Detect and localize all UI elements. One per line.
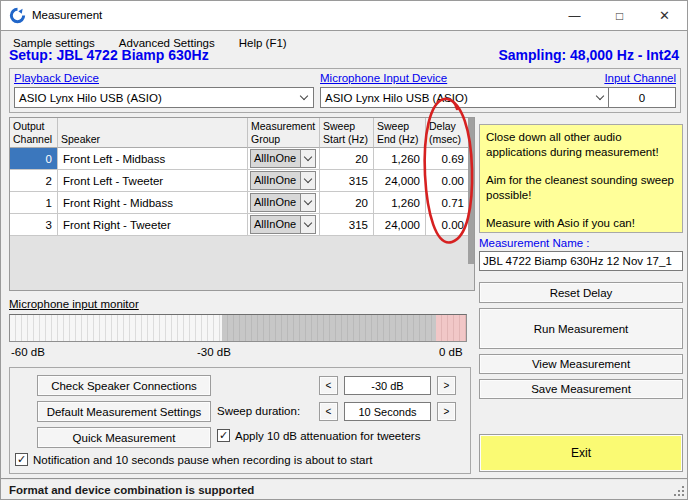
cell-speaker[interactable]: Front Left - Tweeter [58, 170, 248, 192]
quick-measurement-button[interactable]: Quick Measurement [37, 427, 211, 448]
sweep-duration-label: Sweep duration: [217, 405, 300, 417]
minimize-icon[interactable]: — [552, 1, 597, 30]
meter-scale-min: -60 dB [11, 346, 45, 358]
meter-zone-clip [436, 315, 466, 341]
window-title: Measurement [32, 9, 102, 21]
checked-checkbox-icon: ✓ [15, 453, 28, 466]
mic-monitor-label: Microphone input monitor [9, 298, 139, 310]
col-sweep-end: SweepEnd (Hz) [374, 118, 426, 148]
chevron-down-icon [300, 194, 315, 211]
cell-sweep-end[interactable]: 24,000 [374, 214, 426, 236]
playback-device-label[interactable]: Playback Device [14, 72, 99, 84]
cell-sweep-end[interactable]: 1,260 [374, 192, 426, 214]
measurement-window: Measurement — □ ✕ Sample settings Advanc… [0, 0, 688, 500]
col-sweep-start: SweepStart (Hz) [320, 118, 374, 148]
cell-channel[interactable]: 1 [10, 192, 58, 214]
run-measurement-button[interactable]: Run Measurement [479, 308, 683, 349]
col-measurement-group: MeasurementGroup [248, 118, 320, 148]
cell-sweep-start[interactable]: 20 [320, 148, 374, 170]
info-box: Close down all other audio applications … [479, 124, 683, 233]
chevron-down-icon [300, 150, 315, 167]
table-row: 1 Front Right - Midbass AllInOne 20 1,26… [10, 192, 474, 214]
attenuation-checkbox-label: Apply 10 dB attenuation for tweeters [235, 430, 420, 442]
meter-scale-max: 0 dB [439, 346, 463, 358]
cell-channel[interactable]: 3 [10, 214, 58, 236]
col-speaker: Speaker [58, 118, 248, 148]
meter-zone-mid [222, 315, 436, 341]
cell-delay[interactable]: 0.69 [426, 148, 470, 170]
measurement-name-field[interactable] [479, 251, 683, 271]
cell-sweep-start[interactable]: 315 [320, 214, 374, 236]
chevron-down-icon [300, 172, 315, 189]
close-icon[interactable]: ✕ [642, 1, 687, 30]
meter-zone-low [10, 315, 222, 341]
mic-input-device-value: ASIO Lynx Hilo USB (ASIO) [321, 92, 591, 104]
chevron-down-icon [300, 216, 315, 233]
input-channel-label[interactable]: Input Channel [604, 72, 676, 84]
notification-checkbox-label: Notification and 10 seconds pause when r… [33, 454, 372, 466]
cell-group-select[interactable]: AllInOne [248, 148, 320, 170]
mic-input-device-label[interactable]: Microphone Input Device [320, 72, 447, 84]
app-icon [9, 7, 26, 24]
level-increment-button[interactable]: > [437, 376, 456, 395]
col-delay: Delay(msec) [426, 118, 470, 148]
playback-device-select[interactable]: ASIO Lynx Hilo USB (ASIO) [14, 87, 314, 108]
status-bar: Format and device combination is support… [1, 478, 687, 499]
mic-level-meter [9, 314, 467, 342]
duration-decrement-button[interactable]: < [319, 402, 338, 421]
info-line: Measure with Asio if you can! [486, 216, 676, 231]
exit-button[interactable]: Exit [479, 434, 683, 472]
notification-checkbox[interactable]: ✓ Notification and 10 seconds pause when… [15, 453, 372, 466]
cell-delay[interactable]: 0.00 [426, 214, 470, 236]
chevron-down-icon [295, 88, 313, 107]
maximize-icon[interactable]: □ [597, 1, 642, 30]
chevron-down-icon [591, 88, 609, 107]
cell-speaker[interactable]: Front Right - Tweeter [58, 214, 248, 236]
duration-increment-button[interactable]: > [437, 402, 456, 421]
table-header-row: OutputChannel Speaker MeasurementGroup S… [10, 118, 474, 148]
save-measurement-button[interactable]: Save Measurement [479, 379, 683, 399]
cell-sweep-start[interactable]: 20 [320, 192, 374, 214]
cell-sweep-end[interactable]: 24,000 [374, 170, 426, 192]
device-panel: Playback Device ASIO Lynx Hilo USB (ASIO… [9, 68, 681, 113]
cell-speaker[interactable]: Front Left - Midbass [58, 148, 248, 170]
sampling-info: Sampling: 48,000 Hz - Int24 [499, 47, 680, 63]
reset-delay-button[interactable]: Reset Delay [479, 282, 683, 303]
cell-group-select[interactable]: AllInOne [248, 170, 320, 192]
playback-device-value: ASIO Lynx Hilo USB (ASIO) [15, 92, 295, 104]
cell-delay[interactable]: 0.71 [426, 192, 470, 214]
grid-scrollbar[interactable] [468, 118, 474, 264]
info-line: Aim for the cleanest sounding sweep poss… [486, 173, 676, 203]
col-output-channel: OutputChannel [10, 118, 58, 148]
menu-help[interactable]: Help (F1) [227, 37, 299, 49]
check-speaker-connections-button[interactable]: Check Speaker Connections [37, 375, 211, 396]
mic-input-device-select[interactable]: ASIO Lynx Hilo USB (ASIO) [320, 87, 610, 108]
view-measurement-button[interactable]: View Measurement [479, 354, 683, 374]
cell-delay[interactable]: 0.00 [426, 170, 470, 192]
cell-channel[interactable]: 2 [10, 170, 58, 192]
table-row: 2 Front Left - Tweeter AllInOne 315 24,0… [10, 170, 474, 192]
speaker-table: OutputChannel Speaker MeasurementGroup S… [9, 117, 475, 291]
table-row: 3 Front Right - Tweeter AllInOne 315 24,… [10, 214, 474, 236]
cell-speaker[interactable]: Front Right - Midbass [58, 192, 248, 214]
info-line: Close down all other audio applications … [486, 130, 676, 160]
meter-scale-mid: -30 dB [197, 346, 231, 358]
status-message: Format and device combination is support… [9, 484, 254, 496]
cell-channel[interactable]: 0 [10, 148, 58, 170]
attenuation-checkbox[interactable]: ✓ Apply 10 dB attenuation for tweeters [217, 429, 420, 442]
measurement-name-label: Measurement Name : [479, 237, 590, 249]
level-decrement-button[interactable]: < [319, 376, 338, 395]
input-channel-field[interactable] [608, 87, 676, 108]
sweep-duration-field[interactable] [344, 402, 431, 421]
resize-grip-icon[interactable] [682, 494, 684, 496]
checked-checkbox-icon: ✓ [217, 429, 230, 442]
cell-group-select[interactable]: AllInOne [248, 192, 320, 214]
setup-title: Setup: JBL 4722 Biamp 630Hz [9, 47, 209, 63]
cell-group-select[interactable]: AllInOne [248, 214, 320, 236]
table-row: 0 Front Left - Midbass AllInOne 20 1,260… [10, 148, 474, 170]
default-measurement-settings-button[interactable]: Default Measurement Settings [37, 401, 211, 422]
title-bar: Measurement — □ ✕ [1, 1, 687, 31]
cell-sweep-start[interactable]: 315 [320, 170, 374, 192]
sweep-level-field[interactable] [344, 376, 431, 395]
cell-sweep-end[interactable]: 1,260 [374, 148, 426, 170]
